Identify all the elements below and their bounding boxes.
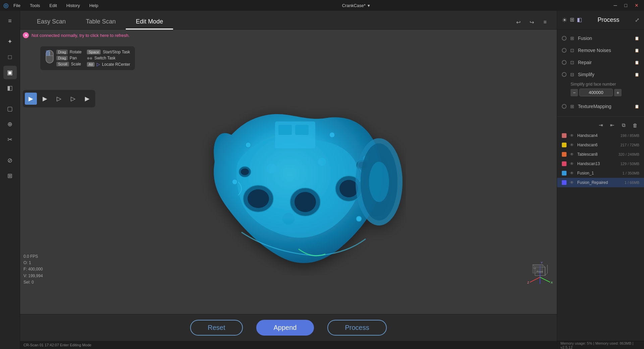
process-fusion[interactable]: ⊞ Fusion 📋 [557, 32, 644, 44]
menu-file[interactable]: File [11, 2, 22, 9]
sidebar-extra2-btn[interactable]: ⊞ [3, 169, 17, 183]
scan-item-handscan4[interactable]: 👁 Handscan4 198 / 85MB [557, 131, 644, 140]
tab-easy-scan[interactable]: Easy Scan [27, 15, 76, 30]
scan-item-tablescan8[interactable]: 👁 Tablescan8 320 / 248MB [557, 150, 644, 159]
repair-label: Repair [578, 60, 632, 65]
tool-select[interactable]: ▶ [25, 93, 37, 105]
menu-button[interactable]: ≡ [540, 17, 550, 27]
repair-radio[interactable] [562, 60, 567, 65]
sidebar-toggle-btn[interactable]: ≡ [3, 14, 17, 28]
menu-edit[interactable]: Edit [47, 2, 59, 9]
menu-help[interactable]: Help [87, 2, 100, 9]
tool-2[interactable]: ▶ [39, 93, 51, 105]
fusion1-vis[interactable]: 👁 [569, 171, 575, 176]
handscan4-stats: 198 / 85MB [621, 134, 639, 138]
simplify-icon: ⊟ [569, 72, 575, 77]
pan-label: Pan [70, 56, 77, 60]
scan-import-btn[interactable]: ⇥ [596, 121, 605, 130]
scan-delete-btn[interactable]: 🗑 [631, 121, 639, 130]
navigation-cube[interactable]: Y X Z Front Top [527, 259, 553, 286]
tool-3[interactable]: ▷ [53, 93, 65, 105]
mouse-hints-overlay: Drag Rotate Drag Pan Scroll Scale [40, 46, 135, 70]
sidebar-half-btn[interactable]: ◧ [3, 81, 17, 95]
handscan4-vis[interactable]: 👁 [569, 133, 575, 138]
fusion-repaired-color [562, 180, 567, 185]
menu-tools[interactable]: Tools [28, 2, 42, 9]
switch-task-label: Switch Task [94, 56, 115, 60]
remove-noises-radio[interactable] [562, 48, 567, 53]
panel-header: ☀ ⊞ ◧ Process ⤢ [557, 11, 644, 30]
scan-item-fusion1[interactable]: 👁 Fusion_1 1 / 350MB [557, 168, 644, 178]
undo-button[interactable]: ↩ [513, 17, 523, 27]
tab-edit-mode[interactable]: Edit Mode [126, 15, 173, 30]
redo-button[interactable]: ↪ [527, 17, 537, 27]
fusion-repaired-vis[interactable]: 👁 [569, 180, 575, 185]
fusion1-stats: 1 / 350MB [623, 171, 639, 175]
face-number-input[interactable] [579, 89, 613, 96]
memory-text: Memory usage: 5% | Memory used: 863MB | … [560, 341, 641, 349]
tab-table-scan[interactable]: Table Scan [76, 15, 126, 30]
sidebar-box-btn[interactable]: □ [3, 50, 17, 64]
minimize-button[interactable]: ─ [612, 2, 619, 9]
remove-noises-icon: ⊡ [569, 48, 575, 53]
close-button[interactable]: ✕ [633, 2, 641, 9]
tablescan8-vis[interactable]: 👁 [569, 152, 575, 157]
panel-grid-icon[interactable]: ⊞ [570, 16, 574, 24]
menu-history[interactable]: History [64, 2, 82, 9]
bottom-bar: Reset Append Process [20, 314, 557, 341]
space-key: Space [87, 50, 101, 54]
warning-bar[interactable]: ✕ Not connected normally, try to click h… [23, 32, 129, 38]
fusion-label: Fusion [578, 36, 632, 41]
handscan4-label: Handscan4 [577, 133, 618, 138]
panel-brightness-icon[interactable]: ☀ [562, 16, 567, 24]
process-remove-noises[interactable]: ⊡ Remove Noises 📋 [557, 44, 644, 56]
viewport[interactable]: ✕ Not connected normally, try to click h… [20, 30, 557, 314]
sidebar-solid-btn[interactable]: ▣ [3, 66, 17, 79]
process-simplify[interactable]: ⊟ Simplify 📋 [557, 68, 644, 81]
texture-radio[interactable] [562, 104, 567, 109]
handscan6-stats: 217 / 72MB [621, 143, 639, 147]
panel-expand-icon[interactable]: ⤢ [635, 17, 639, 23]
svg-line-29 [540, 277, 550, 282]
main-area: ≡ ✦ □ ▣ ◧ ▢ ⊕ ✂ ⊘ ⊞ Easy Scan Table Scan… [0, 11, 644, 349]
process-repair[interactable]: ⊡ Repair 📋 [557, 56, 644, 68]
scan-item-handscan6[interactable]: 👁 Handscan6 217 / 72MB [557, 140, 644, 150]
fusion-radio[interactable] [562, 36, 567, 41]
handscan13-vis[interactable]: 👁 [569, 161, 575, 166]
title-bar: ◎ File Tools Edit History Help CrankCase… [0, 0, 644, 11]
left-sidebar: ≡ ✦ □ ▣ ◧ ▢ ⊕ ✂ ⊘ ⊞ [0, 11, 20, 349]
svg-point-26 [318, 158, 326, 166]
tool-5[interactable]: ▶ [81, 93, 93, 105]
fps-display: 0.0 FPS [23, 253, 43, 260]
face-plus-btn[interactable]: + [614, 89, 622, 96]
sidebar-extra1-btn[interactable]: ⊘ [3, 154, 17, 167]
sidebar-cursor-btn[interactable]: ✦ [3, 35, 17, 48]
svg-text:Top: Top [533, 267, 536, 269]
face-minus-btn[interactable]: − [571, 89, 578, 96]
handscan13-stats: 129 / 50MB [621, 162, 639, 166]
scan-item-handscan13[interactable]: 👁 Handscan13 129 / 50MB [557, 159, 644, 168]
panel-title: Process [597, 16, 619, 23]
scan-item-fusion-repaired[interactable]: 👁 Fusion_Repaired 1 / 66MB [557, 178, 644, 187]
panel-cube-icon[interactable]: ◧ [577, 16, 582, 24]
tool-4[interactable]: ▷ [67, 93, 79, 105]
process-texture-mapping[interactable]: ⊞ TextureMapping 📋 [557, 100, 644, 112]
append-button[interactable]: Append [256, 320, 314, 336]
sidebar-frame-btn[interactable]: ▢ [3, 102, 17, 115]
sidebar-add-btn[interactable]: ⊕ [3, 117, 17, 131]
restore-button[interactable]: □ [623, 2, 629, 9]
svg-point-10 [294, 192, 316, 212]
handscan6-vis[interactable]: 👁 [569, 143, 575, 147]
warning-text: Not connected normally, try to click her… [32, 33, 129, 38]
panel-view-icons: ☀ ⊞ ◧ [562, 16, 582, 24]
svg-point-12 [339, 180, 358, 197]
scan-export-btn[interactable]: ⇤ [608, 121, 616, 130]
simplify-tag: 📋 [635, 72, 639, 77]
app-logo: ◎ [3, 2, 9, 9]
reset-button[interactable]: Reset [190, 320, 243, 336]
scan-copy-btn[interactable]: ⧉ [619, 121, 628, 130]
sidebar-cut-btn[interactable]: ✂ [3, 133, 17, 146]
simplify-label: Simplify [578, 72, 632, 77]
simplify-radio[interactable] [562, 72, 567, 77]
process-button[interactable]: Process [327, 320, 386, 336]
